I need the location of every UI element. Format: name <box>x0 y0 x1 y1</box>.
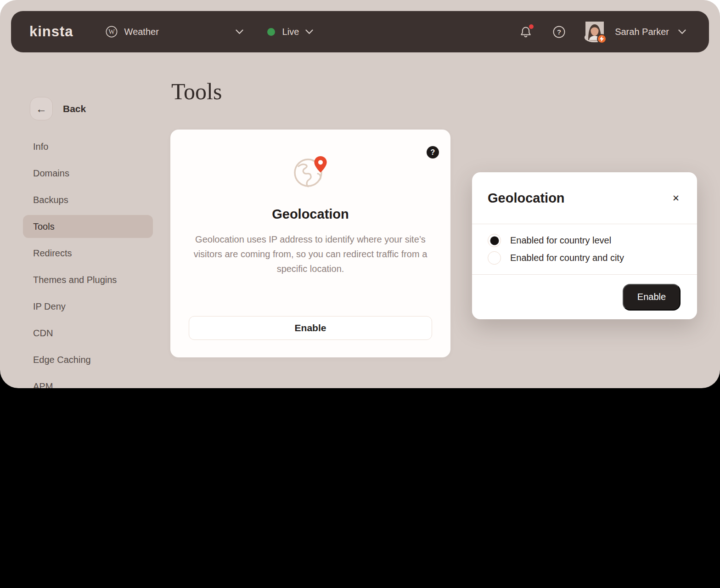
svg-text:?: ? <box>557 28 561 35</box>
live-status-dot <box>267 28 275 36</box>
sidebar-item-info[interactable]: Info <box>23 135 153 158</box>
sidebar-item-cdn[interactable]: CDN <box>23 322 153 345</box>
back-button[interactable]: ← <box>30 97 53 120</box>
geolocation-card: ? Geolocation Geolocation uses IP addres… <box>170 130 450 357</box>
environment-selector-dropdown[interactable]: Live <box>267 27 314 37</box>
chevron-down-icon <box>678 29 686 34</box>
site-selector-dropdown[interactable]: W Weather <box>106 26 243 38</box>
lightning-badge-icon <box>597 34 607 44</box>
site-selector-label: Weather <box>124 27 159 37</box>
radio-label: Enabled for country level <box>510 235 611 246</box>
card-enable-button[interactable]: Enable <box>189 316 432 340</box>
sidebar-item-redirects[interactable]: Redirects <box>23 242 153 265</box>
back-label: Back <box>63 103 86 114</box>
notifications-button[interactable] <box>520 26 532 38</box>
card-help-button[interactable]: ? <box>427 146 439 158</box>
radio-option-country-and-city[interactable]: Enabled for country and city <box>488 251 681 265</box>
modal-footer: Enable <box>472 275 697 319</box>
sidebar-item-themes-plugins[interactable]: Themes and Plugins <box>23 268 153 291</box>
back-navigation[interactable]: ← Back <box>30 97 86 120</box>
sidebar-item-domains[interactable]: Domains <box>23 162 153 185</box>
user-avatar[interactable] <box>585 22 605 42</box>
top-bar-actions: ? Sarah Parker <box>520 22 686 42</box>
app-panel: kinsta W Weather Live <box>0 0 720 388</box>
sidebar-item-backups[interactable]: Backups <box>23 188 153 211</box>
radio-option-country-level[interactable]: Enabled for country level <box>488 234 681 247</box>
page-title: Tools <box>171 78 222 105</box>
kinsta-logo[interactable]: kinsta <box>29 23 73 40</box>
help-button[interactable]: ? <box>553 26 565 38</box>
back-arrow-icon: ← <box>36 102 47 115</box>
chevron-down-icon <box>305 29 313 34</box>
radio-label: Enabled for country and city <box>510 253 624 263</box>
globe-pin-icon <box>292 153 329 188</box>
svg-text:W: W <box>108 28 115 35</box>
radio-button[interactable] <box>488 251 501 265</box>
sidebar-item-tools[interactable]: Tools <box>23 215 153 238</box>
modal-enable-button[interactable]: Enable <box>623 284 681 311</box>
card-description: Geolocation uses IP address to identify … <box>190 232 431 276</box>
sidebar-item-edge-caching[interactable]: Edge Caching <box>23 348 153 371</box>
modal-title: Geolocation <box>488 191 565 206</box>
top-bar: kinsta W Weather Live <box>11 11 709 52</box>
modal-options: Enabled for country level Enabled for co… <box>472 224 697 275</box>
sidebar-nav: Info Domains Backups Tools Redirects The… <box>23 135 153 388</box>
modal-header: Geolocation ✕ <box>472 172 697 224</box>
sidebar-item-apm[interactable]: APM <box>23 375 153 388</box>
sidebar-item-ip-deny[interactable]: IP Deny <box>23 295 153 318</box>
close-icon[interactable]: ✕ <box>670 192 681 204</box>
radio-button[interactable] <box>488 234 501 247</box>
notification-dot <box>529 24 534 29</box>
question-circle-icon: ? <box>553 26 565 38</box>
user-name[interactable]: Sarah Parker <box>615 27 669 37</box>
card-title: Geolocation <box>272 207 349 222</box>
environment-label: Live <box>282 27 299 37</box>
wordpress-icon: W <box>106 26 118 38</box>
geolocation-modal: Geolocation ✕ Enabled for country level … <box>472 172 697 319</box>
chevron-down-icon <box>236 29 243 34</box>
